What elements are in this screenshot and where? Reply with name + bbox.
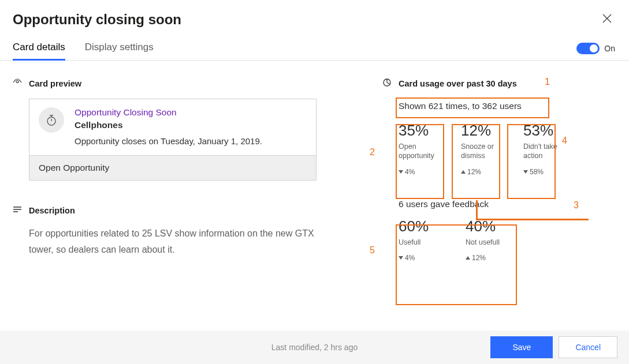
preview-subject: Cellphones [75,120,262,130]
callout-line-3v [476,200,478,220]
callout-box-4 [507,124,556,199]
card-preview-label: Card preview [29,79,81,88]
eye-icon [13,78,22,89]
annotation-2: 2 [370,147,375,157]
annotation-3: 3 [574,200,579,211]
annotation-4: 4 [562,136,567,146]
callout-line-3h [476,219,589,220]
callout-box-1 [396,97,549,118]
annotation-5: 5 [370,245,375,256]
preview-body-text: Opportunity closes on Tuesday, January 1… [75,136,262,146]
description-label: Description [29,206,75,215]
description-text: For opportunities related to 25 LSV show… [29,226,329,258]
callout-box-5 [396,224,517,305]
annotation-1: 1 [545,77,550,87]
toggle-state-label: On [604,44,615,53]
tab-row: Card details Display settings On [0,28,629,61]
description-icon [13,205,22,216]
svg-point-0 [16,81,18,83]
stopwatch-icon [39,107,64,133]
callout-box-3 [452,124,500,199]
preview-title: Opportunity Closing Soon [75,107,262,118]
preview-card: Opportunity Closing Soon Cellphones Oppo… [29,99,317,181]
tab-card-details[interactable]: Card details [13,42,65,61]
tab-display-settings[interactable]: Display settings [85,42,154,60]
open-opportunity-button[interactable]: Open Opportunity [29,155,316,180]
cancel-button[interactable]: Cancel [559,336,617,358]
pie-chart-icon [382,78,392,89]
page-title: Opportunity closing soon [13,12,181,28]
feedback-line: 6 users gave feedback [399,199,602,209]
callout-box-2 [396,124,444,199]
close-icon[interactable] [600,12,614,28]
footer: Last modified, 2 hrs ago Save Cancel [0,331,629,364]
save-button[interactable]: Save [490,336,553,358]
card-usage-label: Card usage over past 30 days [399,79,517,88]
last-modified: Last modified, 2 hrs ago [271,343,358,352]
toggle-enable[interactable] [576,43,600,54]
